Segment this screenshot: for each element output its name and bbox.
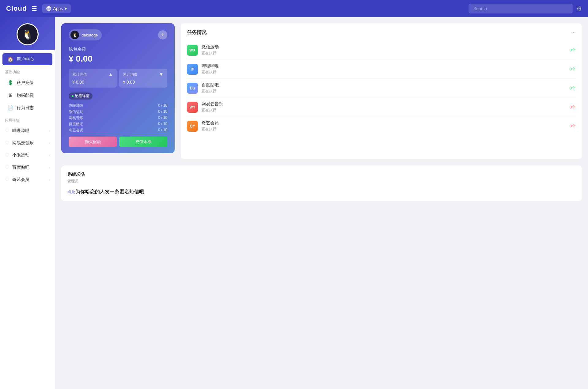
task-count-wy: 0个 — [570, 104, 576, 110]
task-icon-qy: QY — [187, 121, 198, 132]
heart-icon-0: ♡ — [5, 128, 9, 134]
recharge-value: ¥ 0.00 — [72, 80, 113, 85]
apps-globe-icon — [46, 6, 51, 11]
topbar-left: Cloud ☰ Apps ▾ — [6, 4, 71, 13]
task-info-wx: 微信运动 正在执行 — [202, 44, 570, 56]
announce-title: 系统公告 — [67, 172, 576, 177]
task-row-wx: WX 微信运动 正在执行 0个 — [187, 41, 576, 60]
avatar-inner: 🐧 — [17, 24, 38, 45]
top-row: 🐧 dablaoge + 钱包余额 ¥ 0.00 累计充值 ▲ ¥ 0.00 — [61, 23, 582, 159]
heart-icon-1: ♡ — [5, 140, 9, 146]
search-input[interactable] — [469, 4, 573, 13]
add-button[interactable]: + — [158, 30, 167, 40]
sidebar-item-qiyi[interactable]: ♡ 奇艺会员 › — [0, 174, 55, 186]
announcement-panel: 系统公告 管理员 点此为你暗恋的人发一条匿名短信吧 — [61, 165, 582, 201]
task-info-wy: 网易云音乐 正在执行 — [202, 101, 570, 113]
ext-modules-title: 拓展模块 — [0, 114, 55, 124]
sidebar-item-recharge[interactable]: 💲 账户充值 — [2, 77, 52, 89]
spend-arrow: ▼ — [159, 72, 164, 77]
main-layout: 🐧 🏠 用户中心 基础功能 💲 账户充值 ⊞ 购买配额 📄 行为日志 — [0, 17, 588, 389]
topbar: Cloud ☰ Apps ▾ ⚙ — [0, 0, 588, 17]
avatar: 🐧 — [17, 23, 39, 45]
sidebar-item-baidu[interactable]: ♡ 百度贴吧 › — [0, 161, 55, 173]
avatar-section: 🐧 — [0, 17, 55, 50]
gear-icon[interactable]: ⚙ — [576, 5, 582, 12]
spend-header: 累计消费 ▼ — [123, 72, 164, 77]
quota-row-3: 百度贴吧 0 / 10 — [69, 122, 167, 127]
task-row-wy: WY 网易云音乐 正在执行 0个 — [187, 98, 576, 117]
task-panel-title: 任务情况 — [187, 29, 207, 36]
wallet-avatar: 🐧 — [70, 31, 79, 39]
quota-row-2: 网易音乐 0 / 10 — [69, 115, 167, 121]
cumulative-spend-box: 累计消费 ▼ ¥ 0.00 — [119, 69, 167, 88]
sidebar-item-buy-quota[interactable]: ⊞ 购买配额 — [2, 89, 52, 101]
logo: Cloud — [6, 5, 27, 13]
task-count-bi: 0个 — [570, 66, 576, 72]
topbar-right: ⚙ — [469, 4, 582, 13]
task-info-du: 百度贴吧 正在执行 — [202, 82, 570, 94]
quota-row-4: 奇艺会员 0 / 10 — [69, 128, 167, 133]
home-icon: 🏠 — [7, 56, 13, 62]
recharge-header: 累计充值 ▲ — [72, 72, 113, 77]
sidebar-item-netease[interactable]: ♡ 网易云音乐 › — [0, 137, 55, 149]
task-icon-du: Du — [187, 83, 198, 94]
task-count-wx: 0个 — [570, 47, 576, 53]
wallet-label: 钱包余额 — [69, 47, 167, 52]
task-panel: 任务情况 ··· WX 微信运动 正在执行 0个 BI 哔哩哔哩 — [181, 23, 582, 159]
sidebar-item-user-center[interactable]: 🏠 用户中心 — [2, 53, 52, 65]
menu-icon[interactable]: ☰ — [32, 5, 37, 12]
quota-list: 哔哩哔哩 0 / 10 微信运动 0 / 10 网易音乐 0 / 10 百度贴吧… — [69, 103, 167, 133]
sidebar-item-bilibili[interactable]: ♡ 哔哩哔哩 › — [0, 125, 55, 137]
wallet-header: 🐧 dablaoge + — [69, 29, 167, 40]
task-row-bi: BI 哔哩哔哩 正在执行 0个 — [187, 60, 576, 79]
chevron-right-icon-3: › — [49, 165, 50, 170]
announce-link[interactable]: 点此 — [67, 190, 75, 194]
buy-quota-button[interactable]: 购买配额 — [69, 137, 117, 147]
task-info-bi: 哔哩哔哩 正在执行 — [202, 63, 570, 75]
chevron-right-icon-4: › — [49, 178, 50, 182]
user-badge: 🐧 dablaoge — [69, 29, 102, 40]
spend-value: ¥ 0.00 — [123, 80, 164, 85]
heart-icon-4: ♡ — [5, 177, 9, 183]
sidebar: 🐧 🏠 用户中心 基础功能 💲 账户充值 ⊞ 购买配额 📄 行为日志 — [0, 17, 55, 389]
quota-dot — [72, 95, 74, 97]
dollar-icon: 💲 — [7, 80, 13, 85]
task-count-qy: 0个 — [570, 123, 576, 129]
cumulative-recharge-box: 累计充值 ▲ ¥ 0.00 — [69, 69, 117, 88]
task-info-qy: 奇艺会员 正在执行 — [202, 120, 570, 132]
grid-icon: ⊞ — [7, 92, 13, 98]
apps-button[interactable]: Apps ▾ — [42, 4, 71, 13]
wallet-actions: 购买配额 充值余额 — [69, 137, 167, 147]
chevron-right-icon-1: › — [49, 141, 50, 145]
quota-badge: 配额详情 — [69, 93, 93, 100]
task-row-qy: QY 奇艺会员 正在执行 0个 — [187, 117, 576, 135]
task-icon-wx: WX — [187, 45, 198, 56]
sidebar-item-behavior-log[interactable]: 📄 行为日志 — [2, 102, 52, 114]
quota-row-1: 微信运动 0 / 10 — [69, 109, 167, 115]
wallet-amount: ¥ 0.00 — [69, 54, 167, 64]
task-row-du: Du 百度贴吧 正在执行 0个 — [187, 79, 576, 98]
wallet-stats: 累计充值 ▲ ¥ 0.00 累计消费 ▼ ¥ 0.00 — [69, 69, 167, 88]
recharge-arrow: ▲ — [108, 72, 113, 77]
wallet-username: dablaoge — [82, 33, 98, 37]
main-content: 🐧 dablaoge + 钱包余额 ¥ 0.00 累计充值 ▲ ¥ 0.00 — [55, 17, 588, 389]
sidebar-nav: 🏠 用户中心 基础功能 💲 账户充值 ⊞ 购买配额 📄 行为日志 拓展模块 ♡ … — [0, 50, 55, 188]
heart-icon-3: ♡ — [5, 164, 9, 170]
announce-body-text: 为你暗恋的人发一条匿名短信吧 — [75, 189, 144, 194]
task-icon-wy: WY — [187, 102, 198, 113]
task-header: 任务情况 ··· — [187, 29, 576, 36]
chevron-right-icon-2: › — [49, 153, 50, 157]
wallet-card: 🐧 dablaoge + 钱包余额 ¥ 0.00 累计充值 ▲ ¥ 0.00 — [61, 23, 175, 153]
recharge-button[interactable]: 充值余额 — [119, 137, 167, 147]
sidebar-item-xiaomi[interactable]: ♡ 小米运动 › — [0, 149, 55, 161]
chevron-right-icon-0: › — [49, 129, 50, 133]
heart-icon-2: ♡ — [5, 152, 9, 158]
task-more-button[interactable]: ··· — [571, 29, 576, 36]
quota-row-0: 哔哩哔哩 0 / 10 — [69, 103, 167, 108]
announce-subtitle: 管理员 — [67, 179, 576, 184]
doc-icon: 📄 — [7, 105, 13, 111]
basic-functions-title: 基础功能 — [0, 66, 55, 76]
task-icon-bi: BI — [187, 64, 198, 75]
task-count-du: 0个 — [570, 85, 576, 91]
announce-body: 点此为你暗恋的人发一条匿名短信吧 — [67, 189, 576, 195]
